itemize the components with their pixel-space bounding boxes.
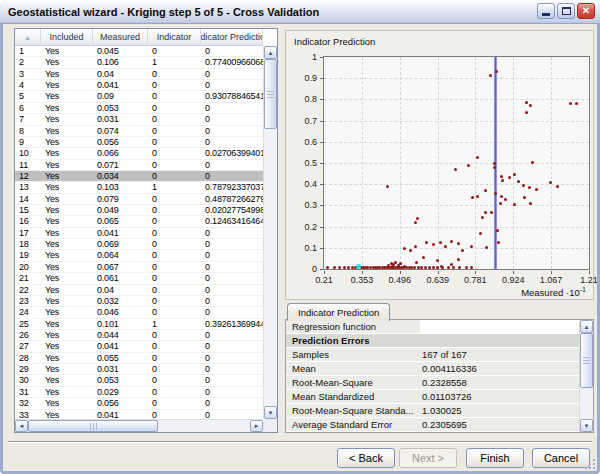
selected-data-point[interactable] — [356, 264, 361, 269]
data-point[interactable] — [479, 232, 482, 235]
data-point[interactable] — [450, 240, 453, 243]
table-row[interactable]: 8Yes0.07400 — [15, 126, 263, 137]
table-row[interactable]: 20Yes0.06700 — [15, 262, 263, 273]
back-button[interactable]: < Back — [337, 448, 395, 468]
table-row[interactable]: 29Yes0.03100 — [15, 364, 263, 375]
data-point[interactable] — [454, 168, 457, 171]
data-point[interactable] — [436, 266, 439, 269]
scroll-up-button[interactable]: ▲ — [264, 46, 277, 59]
cancel-button[interactable]: Cancel — [532, 448, 590, 468]
data-point[interactable] — [497, 241, 500, 244]
table-row[interactable]: 30Yes0.05300 — [15, 375, 263, 386]
table-row[interactable]: 2Yes0.10610.774009660680... — [15, 57, 263, 68]
data-point[interactable] — [436, 259, 439, 262]
data-point[interactable] — [457, 258, 460, 261]
close-button[interactable]: ✕ — [577, 3, 595, 19]
minimize-button[interactable] — [537, 3, 555, 19]
data-point[interactable] — [523, 196, 526, 199]
finish-button[interactable]: Finish — [466, 448, 524, 468]
table-header-row[interactable]: ▲IncludedMeasuredIndicatorIndicator Pred… — [15, 29, 263, 46]
data-point[interactable] — [495, 70, 498, 73]
data-point[interactable] — [416, 217, 419, 220]
data-point[interactable] — [575, 102, 578, 105]
data-point[interactable] — [403, 247, 406, 250]
data-point[interactable] — [338, 266, 341, 269]
scatter-plot[interactable] — [323, 56, 590, 270]
data-point[interactable] — [347, 266, 350, 269]
table-row[interactable]: 24Yes0.04600 — [15, 307, 263, 318]
vertical-scroll-thumb[interactable] — [580, 333, 593, 388]
table-row[interactable]: 21Yes0.06100 — [15, 273, 263, 284]
stats-row[interactable]: Mean0.004116336 — [286, 362, 579, 376]
data-point[interactable] — [531, 161, 534, 164]
data-point[interactable] — [424, 266, 427, 269]
data-point[interactable] — [461, 249, 464, 252]
data-point[interactable] — [432, 243, 435, 246]
data-point[interactable] — [428, 266, 431, 269]
table-row[interactable]: 18Yes0.06900 — [15, 239, 263, 250]
table-row[interactable]: 5Yes0.0900.930788465417... — [15, 91, 263, 102]
data-point[interactable] — [508, 176, 511, 179]
stats-row[interactable]: Samples167 of 167 — [286, 348, 579, 362]
data-point[interactable] — [525, 111, 528, 114]
table-row[interactable]: 11Yes0.07100 — [15, 160, 263, 171]
table-row[interactable]: 32Yes0.05600 — [15, 398, 263, 409]
data-point[interactable] — [471, 196, 474, 199]
data-point[interactable] — [470, 266, 473, 269]
data-point[interactable] — [513, 173, 516, 176]
data-point[interactable] — [333, 266, 336, 269]
column-header[interactable]: Included — [41, 29, 93, 45]
data-point[interactable] — [489, 74, 492, 77]
table-row[interactable]: 27Yes0.04100 — [15, 341, 263, 352]
data-point[interactable] — [399, 262, 402, 265]
table-vertical-scrollbar[interactable]: ▲ ▼ — [263, 46, 277, 419]
data-point[interactable] — [490, 211, 493, 214]
horizontal-scroll-thumb[interactable] — [28, 420, 158, 432]
table-row[interactable]: 4Yes0.04100 — [15, 80, 263, 91]
column-header[interactable]: Indicator — [148, 29, 201, 45]
data-point[interactable] — [556, 185, 559, 188]
table-row[interactable]: 9Yes0.05600 — [15, 137, 263, 148]
table-row[interactable]: 19Yes0.06400 — [15, 250, 263, 261]
stats-row[interactable]: Prediction Errors — [286, 334, 579, 348]
stats-row[interactable]: Mean Standardized0.01103726 — [286, 390, 579, 404]
stats-row[interactable]: Average Standard Error0.2305695 — [286, 418, 579, 432]
data-point[interactable] — [569, 102, 572, 105]
data-point[interactable] — [517, 180, 520, 183]
data-point[interactable] — [496, 229, 499, 232]
data-point[interactable] — [481, 216, 484, 219]
table-row[interactable]: 17Yes0.04100 — [15, 228, 263, 239]
data-point[interactable] — [343, 266, 346, 269]
resize-grip[interactable] — [593, 467, 595, 469]
table-row[interactable]: 15Yes0.04900.020277549986... — [15, 205, 263, 216]
column-header[interactable]: ▲ — [15, 29, 41, 45]
table-row[interactable]: 12Yes0.03400 — [15, 171, 263, 182]
stats-row[interactable]: Root-Mean-Square Standa...1.030025 — [286, 404, 579, 418]
table-row[interactable]: 7Yes0.03100 — [15, 114, 263, 125]
column-header[interactable]: Measured — [93, 29, 148, 45]
stats-row[interactable]: Root-Mean-Square0.2328558 — [286, 376, 579, 390]
table-horizontal-scrollbar[interactable]: ◄ ► — [15, 419, 263, 432]
table-row[interactable]: 10Yes0.06600.027063994010... — [15, 148, 263, 159]
data-point[interactable] — [476, 195, 479, 198]
table-row[interactable]: 6Yes0.05300 — [15, 103, 263, 114]
data-point[interactable] — [525, 101, 528, 104]
data-point[interactable] — [414, 221, 417, 224]
data-point[interactable] — [425, 241, 428, 244]
data-point[interactable] — [409, 249, 412, 252]
data-point[interactable] — [420, 266, 423, 269]
data-point[interactable] — [500, 175, 503, 178]
data-point[interactable] — [529, 104, 532, 107]
data-point[interactable] — [522, 184, 525, 187]
table-row[interactable]: 26Yes0.04400 — [15, 330, 263, 341]
table-row[interactable]: 31Yes0.02900 — [15, 387, 263, 398]
table-row[interactable]: 1Yes0.04500 — [15, 46, 263, 57]
table-row[interactable]: 25Yes0.10110.392613699448... — [15, 319, 263, 330]
data-point[interactable] — [500, 195, 503, 198]
data-point[interactable] — [447, 266, 450, 269]
data-point[interactable] — [439, 241, 442, 244]
data-point[interactable] — [422, 256, 425, 259]
table-row[interactable]: 22Yes0.0400 — [15, 285, 263, 296]
data-point[interactable] — [476, 156, 479, 159]
scroll-down-button[interactable]: ▼ — [580, 419, 593, 432]
